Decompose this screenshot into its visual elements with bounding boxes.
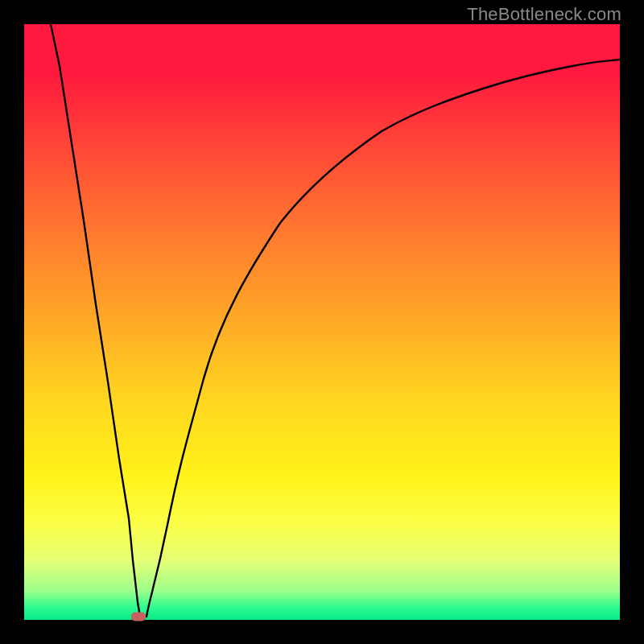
plot-area bbox=[24, 24, 620, 620]
chart-frame: TheBottleneck.com bbox=[0, 0, 644, 644]
minimum-marker bbox=[131, 613, 146, 621]
watermark-text: TheBottleneck.com bbox=[467, 4, 621, 25]
